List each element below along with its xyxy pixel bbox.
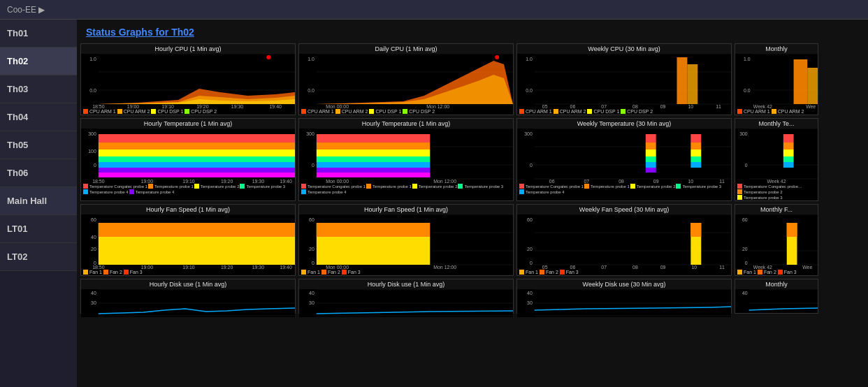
legend-fan-3: Fan 3 <box>560 270 579 275</box>
graph-weekly-disk: Weekly Disk use (30 Min avg) 40 30 <box>516 279 732 314</box>
legend-temp-1: Temperature Congatec probe 1 <box>519 184 584 189</box>
legend-temp-1: Temperature Congatec probe 1 <box>83 184 147 189</box>
svg-text:09: 09 <box>660 265 666 269</box>
sidebar-item-lt02[interactable]: LT02 <box>0 243 77 271</box>
legend-cpu-dsp1: CPU DSP 1 <box>587 109 619 114</box>
svg-text:0: 0 <box>530 261 533 265</box>
svg-text:19:30: 19:30 <box>231 104 244 108</box>
graph-visual: 60 20 0 05 06 07 08 09 10 11 <box>517 214 731 269</box>
sidebar-item-lt01[interactable]: LT01 <box>0 215 77 243</box>
svg-text:11: 11 <box>719 179 725 183</box>
graph-visual: 1.0 0.0 Week 42 Wee <box>735 54 818 108</box>
svg-rect-99 <box>646 149 656 156</box>
svg-rect-101 <box>646 162 656 168</box>
svg-text:1.0: 1.0 <box>89 57 96 61</box>
sidebar-item-th02[interactable]: Th02 <box>0 48 77 75</box>
graph-title: Monthly Te... <box>735 119 818 129</box>
svg-text:100: 100 <box>88 149 96 154</box>
svg-rect-160 <box>690 223 701 237</box>
svg-rect-106 <box>690 156 701 162</box>
svg-text:300: 300 <box>88 131 96 136</box>
svg-text:0.0: 0.0 <box>526 88 533 93</box>
fan-row: Hourly Fan Speed (1 Min avg) 60 40 20 <box>80 204 865 276</box>
svg-text:0.0: 0.0 <box>308 88 314 93</box>
svg-text:20: 20 <box>742 247 748 251</box>
svg-text:Mon 12:00: Mon 12:00 <box>426 104 449 108</box>
legend-fan-2: Fan 2 <box>540 270 558 275</box>
sidebar: Th01 Th02 Th03 Th04 Th05 Th06 Main Hall … <box>0 20 77 387</box>
svg-rect-82 <box>317 143 431 149</box>
temp-row: Hourly Temperature (1 Min avg) <box>80 118 865 201</box>
svg-text:20: 20 <box>527 247 533 251</box>
graph-visual: 40 30 <box>81 289 295 317</box>
monthly-fan-legend: Fan 1 Fan 2 Fan 3 <box>735 269 818 275</box>
svg-text:19:40: 19:40 <box>280 265 292 269</box>
sidebar-item-th04[interactable]: Th04 <box>0 103 77 131</box>
graph-section: Hourly CPU (1 Min avg) <box>80 43 865 314</box>
svg-rect-100 <box>646 156 656 162</box>
svg-text:09: 09 <box>653 179 659 183</box>
monthly-cpu-svg: 1.0 0.0 Week 42 Wee <box>735 54 818 108</box>
svg-text:Mon 12:00: Mon 12:00 <box>433 265 456 269</box>
graph-title: Hourly Fan Speed (1 Min avg) <box>81 205 295 214</box>
svg-rect-84 <box>317 156 431 162</box>
svg-text:30: 30 <box>309 300 314 305</box>
legend-cpu-arm1: CPU ARM 1 <box>519 109 552 114</box>
svg-text:40: 40 <box>91 291 96 295</box>
svg-rect-148 <box>317 223 431 237</box>
legend-temp-2: Temperature probe 1 <box>366 184 412 189</box>
svg-text:300: 300 <box>306 131 314 136</box>
graph-weekly-cpu: Weekly CPU (30 Min avg) 1.0 0.0 <box>516 43 732 115</box>
graph-title: Monthly <box>735 44 818 54</box>
sidebar-item-th01[interactable]: Th01 <box>0 20 77 48</box>
disk1-svg: 40 30 <box>81 289 295 317</box>
sidebar-item-th03[interactable]: Th03 <box>0 75 77 103</box>
svg-text:19:20: 19:20 <box>221 179 233 183</box>
graph-title: Hourly Fan Speed (1 Min avg) <box>299 205 513 214</box>
graph-weekly-temp: Weekly Temperature (30 Min avg) <box>516 118 732 201</box>
sidebar-item-th05[interactable]: Th05 <box>0 131 77 159</box>
legend-temp-5: Temperature probe 4 <box>83 189 129 194</box>
fan2-svg: 60 20 0 Mon 00:00 Mon 12:00 <box>299 214 513 269</box>
graph-visual: 60 20 0 Week 42 Wee <box>735 214 818 269</box>
legend-cpu-arm1: CPU ARM 1 <box>83 109 116 114</box>
graph-visual: 1.0 0.0 Mon 00:00 Mon 12:00 <box>299 54 513 108</box>
weekly-temp-svg: 300 0 06 07 08 09 10 11 <box>517 129 731 183</box>
svg-rect-64 <box>99 156 295 162</box>
legend-cpu-arm1: CPU ARM 1 <box>737 109 770 114</box>
legend-temp-5: Temperature probe 4 <box>301 189 347 194</box>
svg-point-28 <box>495 55 499 59</box>
svg-rect-37 <box>677 57 688 104</box>
svg-rect-119 <box>783 134 794 143</box>
graph-title: Monthly <box>735 279 818 289</box>
graph-hourly-fan2: Hourly Fan Speed (1 Min avg) 60 20 <box>298 204 514 276</box>
sidebar-item-th06[interactable]: Th06 <box>0 159 77 187</box>
svg-text:300: 300 <box>739 131 748 136</box>
weekly-disk-svg: 40 30 <box>517 289 731 317</box>
page-title: Status Graphs for Th02 <box>80 23 865 43</box>
graph-monthly-fan: Monthly F... 60 20 0 Week 42 We <box>735 204 818 276</box>
legend-fan-1: Fan 1 <box>83 270 102 275</box>
svg-text:0.0: 0.0 <box>89 88 96 93</box>
graph-title: Weekly Disk use (30 Min avg) <box>517 279 731 289</box>
fan1-legend: Fan 1 Fan 2 Fan 3 <box>81 269 295 275</box>
graph-visual: 40 30 <box>299 289 513 317</box>
graph-hourly-temp2: Hourly Temperature (1 Min avg) <box>298 118 514 201</box>
sidebar-item-mainhall[interactable]: Main Hall <box>0 187 77 215</box>
svg-text:0: 0 <box>745 261 748 265</box>
svg-text:10: 10 <box>688 104 694 108</box>
daily-cpu-legend: CPU ARM 1 CPU ARM 2 CPU DSP 1 CPU DSP 2 <box>299 108 513 115</box>
svg-text:20: 20 <box>91 247 96 251</box>
legend-temp-3: Temperature probe 2 <box>412 184 458 189</box>
svg-rect-61 <box>99 134 295 143</box>
svg-text:10: 10 <box>688 179 694 183</box>
hourly-temp2-svg: 300 0 Mon 00:00 Mon 12:00 <box>299 129 513 183</box>
app-title[interactable]: Coo-EE ▶ <box>7 5 45 15</box>
svg-text:40: 40 <box>742 291 748 295</box>
svg-text:06: 06 <box>570 104 576 108</box>
svg-text:40: 40 <box>91 235 96 240</box>
legend-temp-6: Temperature probe 4 <box>129 189 175 194</box>
svg-text:19:00: 19:00 <box>127 104 140 108</box>
weekly-cpu-svg: 1.0 0.0 05 06 07 08 09 10 11 <box>517 54 731 108</box>
svg-text:Wee: Wee <box>806 104 816 108</box>
